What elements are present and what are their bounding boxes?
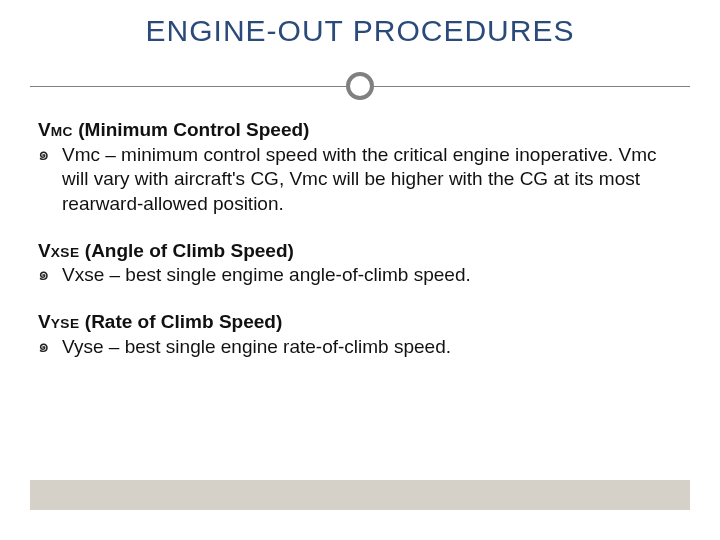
slide-title: ENGINE-OUT PROCEDURES bbox=[0, 14, 720, 48]
section-heading: VYSE (Rate of Climb Speed) bbox=[38, 310, 682, 335]
heading-rest: (Angle of Climb Speed) bbox=[80, 240, 294, 261]
divider bbox=[30, 72, 690, 102]
section-vmc: VMC (Minimum Control Speed) ๑ Vmc – mini… bbox=[38, 118, 682, 217]
section-heading: VXSE (Angle of Climb Speed) bbox=[38, 239, 682, 264]
heading-rest: (Rate of Climb Speed) bbox=[80, 311, 283, 332]
slide: ENGINE-OUT PROCEDURES VMC (Minimum Contr… bbox=[0, 0, 720, 540]
bullet-text: Vxse – best single engime angle-of-climb… bbox=[62, 264, 471, 285]
section-vxse: VXSE (Angle of Climb Speed) ๑ Vxse – bes… bbox=[38, 239, 682, 288]
bullet-marker-icon: ๑ bbox=[38, 263, 49, 286]
bullet-item: ๑ Vxse – best single engime angle-of-cli… bbox=[38, 263, 682, 288]
divider-circle-icon bbox=[346, 72, 374, 100]
bullet-text: Vyse – best single engine rate-of-climb … bbox=[62, 336, 451, 357]
section-vyse: VYSE (Rate of Climb Speed) ๑ Vyse – best… bbox=[38, 310, 682, 359]
heading-prefix: V bbox=[38, 311, 51, 332]
section-heading: VMC (Minimum Control Speed) bbox=[38, 118, 682, 143]
content-area: VMC (Minimum Control Speed) ๑ Vmc – mini… bbox=[38, 118, 682, 382]
heading-rest: (Minimum Control Speed) bbox=[73, 119, 309, 140]
bullet-marker-icon: ๑ bbox=[38, 335, 49, 358]
footer-band bbox=[30, 480, 690, 510]
bullet-item: ๑ Vmc – minimum control speed with the c… bbox=[38, 143, 682, 217]
heading-subscript: MC bbox=[51, 124, 73, 139]
heading-subscript: XSE bbox=[51, 245, 80, 260]
heading-prefix: V bbox=[38, 119, 51, 140]
heading-subscript: YSE bbox=[51, 316, 80, 331]
bullet-item: ๑ Vyse – best single engine rate-of-clim… bbox=[38, 335, 682, 360]
bullet-marker-icon: ๑ bbox=[38, 143, 49, 166]
bullet-text: Vmc – minimum control speed with the cri… bbox=[62, 144, 657, 214]
heading-prefix: V bbox=[38, 240, 51, 261]
